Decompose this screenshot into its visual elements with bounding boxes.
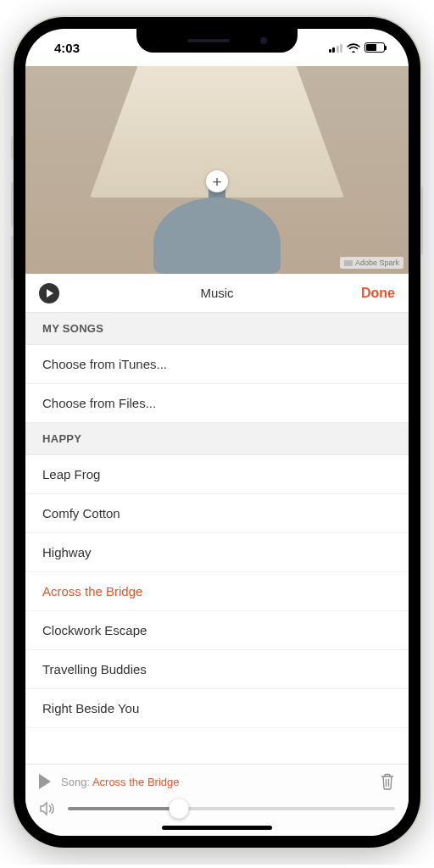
music-list[interactable]: MY SONGS Choose from iTunes... Choose fr…: [25, 313, 409, 764]
song-row-selected[interactable]: Across the Bridge: [25, 572, 409, 611]
delete-song-button[interactable]: [380, 773, 395, 790]
music-toolbar: Music Done: [25, 274, 409, 313]
phone-frame: 4:03 + Adobe Spark Music Done: [14, 17, 420, 848]
song-row[interactable]: Clockwork Escape: [25, 611, 409, 650]
song-row[interactable]: Comfy Cotton: [25, 494, 409, 533]
status-time: 4:03: [54, 41, 80, 55]
song-row[interactable]: Leap Frog: [25, 455, 409, 494]
play-button[interactable]: [39, 774, 51, 789]
done-button[interactable]: Done: [361, 286, 395, 301]
watermark-badge: Adobe Spark: [340, 257, 403, 269]
song-row[interactable]: Travelling Buddies: [25, 650, 409, 689]
volume-icon: [39, 801, 56, 816]
battery-icon: [364, 42, 385, 53]
song-row[interactable]: Highway: [25, 533, 409, 572]
song-row[interactable]: Right Beside You: [25, 689, 409, 728]
section-header-happy: HAPPY: [25, 423, 409, 455]
row-choose-files[interactable]: Choose from Files...: [25, 384, 409, 423]
phone-notch: [136, 29, 298, 53]
home-indicator[interactable]: [162, 826, 272, 830]
toolbar-title: Music: [25, 286, 409, 300]
play-preview-button[interactable]: [39, 283, 59, 303]
now-playing-text: Song: Across the Bridge: [61, 776, 179, 788]
now-playing-label: Song:: [61, 776, 92, 788]
wifi-icon: [347, 42, 360, 53]
cellular-signal-icon: [329, 43, 343, 53]
watermark-text: Adobe Spark: [355, 259, 399, 267]
row-choose-itunes[interactable]: Choose from iTunes...: [25, 345, 409, 384]
volume-thumb[interactable]: [170, 799, 189, 819]
volume-fill: [68, 807, 179, 810]
volume-slider[interactable]: [68, 800, 395, 817]
cover-image: + Adobe Spark: [25, 66, 409, 274]
section-header-mysongs: MY SONGS: [25, 313, 409, 345]
now-playing-song: Across the Bridge: [92, 776, 180, 788]
add-media-button[interactable]: +: [206, 170, 228, 192]
